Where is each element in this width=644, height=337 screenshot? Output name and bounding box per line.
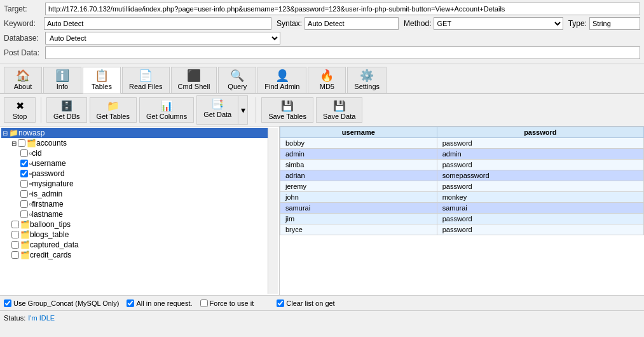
table-cell: simba bbox=[280, 160, 437, 170]
toolbar-separator bbox=[41, 97, 41, 123]
results-table: usernamepasswordbobbypasswordadminadmins… bbox=[280, 127, 644, 235]
tree-checkbox[interactable] bbox=[18, 139, 25, 147]
top-bar: Target: Keyword: Syntax: Method: GET POS… bbox=[0, 0, 644, 64]
tab-label-settings: Settings bbox=[354, 83, 380, 90]
data-panel: usernamepasswordbobbypasswordadminadmins… bbox=[280, 127, 644, 295]
tree-item[interactable]: ▫ cid bbox=[1, 148, 268, 158]
method-select[interactable]: GET POST bbox=[434, 17, 563, 30]
tab-settings[interactable]: ⚙️Settings bbox=[347, 67, 387, 93]
tree-checkbox[interactable] bbox=[11, 251, 19, 259]
bottom-bar: Use Group_Concat (MySQL Only) All in one… bbox=[0, 295, 644, 310]
tree-item[interactable]: ▫ lastname bbox=[1, 209, 268, 219]
tree-item[interactable]: 🗂️ balloon_tips bbox=[1, 219, 268, 230]
tree-checkbox[interactable] bbox=[20, 170, 28, 177]
tree-checkbox[interactable] bbox=[20, 190, 28, 198]
table-row[interactable]: simbapassword bbox=[280, 160, 644, 170]
tree-item[interactable]: 🗂️ blogs_table bbox=[1, 230, 268, 240]
type-input[interactable] bbox=[589, 17, 640, 30]
tree-item[interactable]: ▫ mysignature bbox=[1, 179, 268, 189]
tab-label-cmd-shell: Cmd Shell bbox=[178, 83, 210, 90]
tree-label: blogs_table bbox=[30, 230, 69, 239]
tree-expand[interactable]: ⊟ bbox=[11, 140, 17, 147]
save-data-icon: 💾 bbox=[333, 100, 346, 112]
get-data-button[interactable]: 📑 Get Data bbox=[196, 95, 238, 125]
get-data-dropdown[interactable]: ▾ bbox=[238, 95, 248, 125]
table-row[interactable]: johnmonkey bbox=[280, 192, 644, 203]
tree-label: accounts bbox=[36, 139, 67, 148]
table-icon: 🗂️ bbox=[20, 251, 30, 259]
tree-checkbox[interactable] bbox=[20, 200, 28, 208]
settings-icon: ⚙️ bbox=[360, 70, 374, 81]
table-header: password bbox=[437, 127, 643, 138]
tree-checkbox[interactable] bbox=[20, 210, 28, 218]
tab-cmd-shell[interactable]: ⬛Cmd Shell bbox=[171, 67, 217, 93]
tab-md5[interactable]: 🔥MD5 bbox=[308, 67, 346, 93]
tab-label-tables: Tables bbox=[92, 83, 112, 90]
tab-query[interactable]: 🔍Query bbox=[218, 67, 256, 93]
tab-about[interactable]: 🏠About bbox=[4, 67, 42, 93]
tree-expand[interactable]: ⊟ bbox=[3, 130, 8, 137]
table-cell: admin bbox=[280, 149, 437, 160]
database-select[interactable]: Auto Detect bbox=[45, 32, 280, 45]
tree-checkbox[interactable] bbox=[11, 231, 19, 238]
tab-tables[interactable]: 📋Tables bbox=[83, 67, 121, 93]
table-cell: jim bbox=[280, 214, 437, 224]
get-dbs-label: Get DBs bbox=[53, 113, 80, 120]
save-tables-button[interactable]: 💾 Save Tables bbox=[261, 97, 313, 123]
tree-item[interactable]: ▫ password bbox=[1, 168, 268, 179]
tree-checkbox[interactable] bbox=[20, 180, 28, 188]
tree-label: username bbox=[32, 159, 65, 168]
force-check[interactable]: Force to use it bbox=[200, 299, 254, 307]
tree-checkbox[interactable] bbox=[20, 160, 28, 167]
table-cell: password bbox=[437, 181, 643, 192]
tree-checkbox[interactable] bbox=[11, 221, 19, 228]
target-input[interactable] bbox=[45, 3, 640, 15]
query-icon: 🔍 bbox=[230, 70, 244, 81]
keyword-input[interactable] bbox=[44, 17, 271, 30]
all-in-one-check[interactable]: All in one request. bbox=[127, 299, 192, 307]
syntax-input[interactable] bbox=[305, 17, 399, 30]
tree-checkbox[interactable] bbox=[11, 241, 19, 249]
table-row[interactable]: adminadmin bbox=[280, 149, 644, 160]
table-row[interactable]: adriansomepassword bbox=[280, 170, 644, 181]
status-label: Status: bbox=[4, 314, 25, 322]
table-row[interactable]: samuraisamurai bbox=[280, 203, 644, 214]
table-icon: 🗂️ bbox=[20, 220, 30, 229]
save-data-button[interactable]: 💾 Save Data bbox=[316, 97, 362, 123]
cmd-shell-icon: ⬛ bbox=[187, 70, 201, 81]
tree-item[interactable]: 🗂️ credit_cards bbox=[1, 250, 268, 260]
tab-read-files[interactable]: 📄Read Files bbox=[122, 67, 170, 93]
get-tables-button[interactable]: 📁 Get Tables bbox=[90, 97, 137, 123]
get-columns-label: Get Columns bbox=[146, 113, 187, 120]
stop-button[interactable]: ✖ Stop bbox=[4, 97, 36, 123]
md5-icon: 🔥 bbox=[320, 70, 334, 81]
read-files-icon: 📄 bbox=[139, 70, 153, 81]
clear-list-check[interactable]: Clear list on get bbox=[277, 299, 334, 307]
stop-label: Stop bbox=[13, 113, 27, 120]
table-row[interactable]: brycepassword bbox=[280, 224, 644, 235]
table-cell: admin bbox=[437, 149, 643, 160]
table-row[interactable]: bobbypassword bbox=[280, 138, 644, 149]
get-dbs-button[interactable]: 🗄️ Get DBs bbox=[46, 97, 87, 123]
tree-checkbox[interactable] bbox=[20, 149, 28, 157]
toolbar: ✖ Stop 🗄️ Get DBs 📁 Get Tables 📊 Get Col… bbox=[0, 94, 644, 127]
use-group-concat-check[interactable]: Use Group_Concat (MySQL Only) bbox=[4, 299, 119, 307]
tab-label-read-files: Read Files bbox=[129, 83, 163, 90]
tree-item[interactable]: ▫ is_admin bbox=[1, 189, 268, 199]
save-tables-label: Save Tables bbox=[268, 113, 306, 120]
tree-item[interactable]: 🗂️ captured_data bbox=[1, 240, 268, 250]
tree-item[interactable]: ⊟📁 nowasp bbox=[1, 128, 268, 138]
tree-label: nowasp bbox=[18, 128, 45, 137]
tree-item[interactable]: ▫ username bbox=[1, 158, 268, 168]
table-cell: bobby bbox=[280, 138, 437, 149]
tree-item[interactable]: ▫ firstname bbox=[1, 199, 268, 209]
keyword-label: Keyword: bbox=[4, 19, 44, 28]
postdata-input[interactable] bbox=[45, 46, 640, 59]
table-row[interactable]: jeremypassword bbox=[280, 181, 644, 192]
tree-item[interactable]: ⊟🗂️ accounts bbox=[1, 138, 268, 148]
table-row[interactable]: jimpassword bbox=[280, 214, 644, 224]
tab-info[interactable]: ℹ️Info bbox=[43, 67, 81, 93]
table-icon: 🗂️ bbox=[20, 240, 30, 249]
tab-find-admin[interactable]: 👤Find Admin bbox=[257, 67, 306, 93]
get-columns-button[interactable]: 📊 Get Columns bbox=[139, 97, 194, 123]
